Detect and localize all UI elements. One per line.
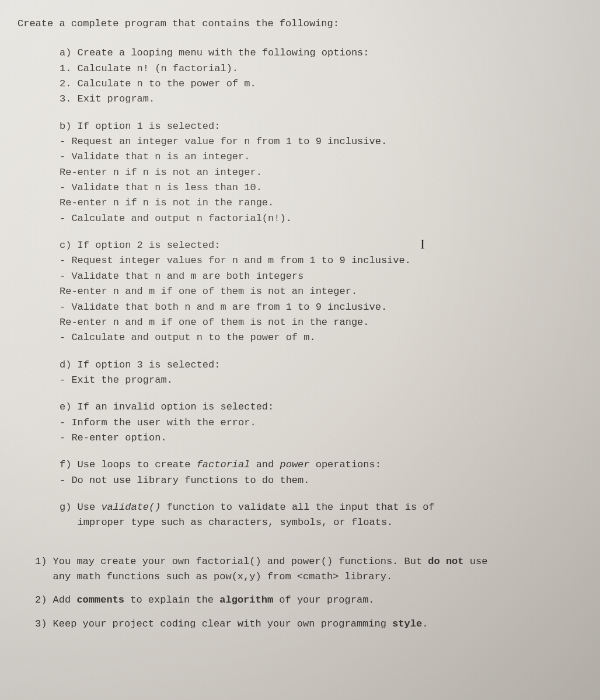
n3-post: .: [422, 618, 428, 629]
n3-line: 3) Keep your project coding clear with y…: [35, 617, 582, 632]
g-post: function to validate all the input that …: [161, 502, 434, 513]
g-pre: g) Use: [60, 502, 101, 513]
n2-post: of your program.: [273, 594, 374, 606]
f-it1: factorial: [197, 459, 250, 470]
n1-b: do not: [428, 556, 463, 567]
numbered-1: 1) You may create your own factorial() a…: [35, 554, 582, 585]
n2-mid: to explain the: [124, 594, 219, 606]
section-e-l2: - Re-enter option.: [60, 430, 582, 446]
section-d-l1: - Exit the program.: [60, 373, 582, 388]
section-b-l3: Re-enter n if n is not an integer.: [60, 165, 582, 180]
section-f: f) Use loops to create factorial and pow…: [60, 457, 582, 488]
n2-b2: algorithm: [219, 594, 273, 606]
n1-line1: 1) You may create your own factorial() a…: [35, 554, 582, 569]
section-d-head: d) If option 3 is selected:: [60, 358, 582, 373]
section-a-l1: 1. Calculate n! (n factorial).: [60, 61, 582, 76]
numbered-3: 3) Keep your project coding clear with y…: [35, 617, 582, 632]
section-b-l1: - Request an integer value for n from 1 …: [60, 134, 582, 149]
f-mid: and: [250, 459, 280, 470]
section-b: b) If option 1 is selected: - Request an…: [60, 119, 582, 226]
section-e-head: e) If an invalid option is selected:: [60, 400, 582, 415]
section-e: e) If an invalid option is selected: - I…: [60, 400, 582, 446]
intro-text: Create a complete program that contains …: [18, 16, 582, 32]
n2-line: 2) Add comments to explain the algorithm…: [35, 593, 582, 608]
f-it2: power: [280, 459, 309, 470]
section-c-l3: Re-enter n and m if one of them is not a…: [60, 284, 582, 299]
section-b-l5: Re-enter n if n is not in the range.: [60, 195, 582, 211]
section-c-l5: Re-enter n and m if one of them is not i…: [60, 315, 582, 330]
section-a-head: a) Create a looping menu with the follow…: [60, 46, 582, 61]
document-page: Create a complete program that contains …: [0, 0, 600, 656]
g-it1: validate(): [101, 502, 161, 513]
section-c-l2: - Validate that n and m are both integer…: [60, 269, 582, 284]
section-f-head: f) Use loops to create factorial and pow…: [60, 457, 582, 473]
section-a: a) Create a looping menu with the follow…: [60, 46, 582, 107]
section-d: d) If option 3 is selected: - Exit the p…: [60, 358, 582, 388]
section-c-head: c) If option 2 is selected:: [60, 238, 582, 253]
section-a-l2: 2. Calculate n to the power of m.: [60, 76, 582, 92]
f-post: operations:: [310, 459, 381, 470]
section-c-l6: - Calculate and output n to the power of…: [60, 330, 582, 345]
numbered-2: 2) Add comments to explain the algorithm…: [35, 593, 582, 608]
section-b-head: b) If option 1 is selected:: [60, 119, 582, 134]
n3-pre: 3) Keep your project coding clear with y…: [35, 618, 392, 629]
section-b-l4: - Validate that n is less than 10.: [60, 180, 582, 195]
section-c: c) If option 2 is selected: - Request in…: [60, 238, 582, 345]
section-g-head: g) Use validate() function to validate a…: [60, 500, 582, 515]
section-c-l1: - Request integer values for n and m fro…: [60, 253, 582, 268]
n2-pre: 2) Add: [35, 594, 76, 606]
section-e-l1: - Inform the user with the error.: [60, 415, 582, 430]
n1-line2: any math functions such as pow(x,y) from…: [35, 569, 582, 584]
section-a-l3: 3. Exit program.: [60, 92, 582, 107]
intro-line: Create a complete program that contains …: [18, 16, 582, 32]
section-g: g) Use validate() function to validate a…: [60, 500, 582, 531]
section-b-l2: - Validate that n is an integer.: [60, 149, 582, 164]
section-g-l1: improper type such as characters, symbol…: [60, 515, 582, 530]
section-f-l1: - Do not use library functions to do the…: [60, 473, 582, 488]
text-cursor-icon: I: [420, 233, 425, 255]
section-c-l4: - Validate that both n and m are from 1 …: [60, 300, 582, 315]
n1-pre: 1) You may create your own factorial() a…: [35, 556, 428, 567]
section-b-l6: - Calculate and output n factorial(n!).: [60, 211, 582, 226]
n1-post: use: [464, 556, 488, 567]
f-pre: f) Use loops to create: [60, 459, 197, 470]
n2-b1: comments: [76, 594, 124, 606]
n3-b: style: [392, 618, 422, 629]
